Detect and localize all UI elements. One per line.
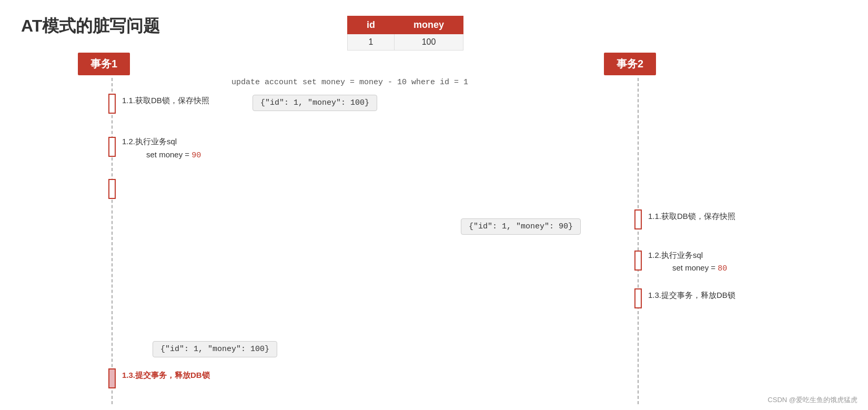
watermark: CSDN @爱吃生鱼的饿虎猛虎 xyxy=(768,395,857,405)
tx1-step3-marker xyxy=(108,179,116,199)
page-title: AT模式的脏写问题 xyxy=(21,15,160,38)
tx2-step2b-prefix: set money = xyxy=(672,263,718,272)
tx1-snapshot1-box: {"id": 1, "money": 100} xyxy=(253,95,377,111)
tx1-step1-label: 1.1.获取DB锁，保存快照 xyxy=(122,96,209,106)
cell-id: 1 xyxy=(348,34,395,51)
tx2-timeline xyxy=(638,78,639,404)
tx1-step2b-label: set money = 90 xyxy=(146,150,201,160)
tx2-step2-label: 1.2.执行业务sql xyxy=(648,251,703,261)
tx1-header: 事务1 xyxy=(78,53,130,75)
tx2-step1-label: 1.1.获取DB锁，保存快照 xyxy=(648,212,735,222)
tx2-step1-marker xyxy=(634,209,642,229)
tx2-step2b-label: set money = 80 xyxy=(672,263,727,273)
col-money: money xyxy=(395,16,463,34)
tx1-step4-marker xyxy=(108,368,116,388)
tx2-step2-marker xyxy=(634,251,642,271)
tx2-step2b-value: 80 xyxy=(718,264,727,273)
cell-money: 100 xyxy=(395,34,463,51)
tx1-step2-marker xyxy=(108,137,116,157)
tx2-snapshot1-box: {"id": 1, "money": 90} xyxy=(461,218,581,235)
tx1-snapshot2-box: {"id": 1, "money": 100} xyxy=(153,341,277,357)
tx1-step2b-value: 90 xyxy=(191,151,201,160)
tx1-timeline xyxy=(112,78,113,404)
sql-text-top: update account set money = money - 10 wh… xyxy=(231,78,468,87)
tx2-step3-label: 1.3.提交事务，释放DB锁 xyxy=(648,291,735,301)
col-id: id xyxy=(348,16,395,34)
tx1-step4-label: 1.3.提交事务，释放DB锁 xyxy=(122,371,210,381)
tx2-header: 事务2 xyxy=(604,53,656,75)
db-table: id money 1 100 xyxy=(347,16,463,51)
tx2-step3-marker xyxy=(634,288,642,308)
tx1-step2b-text-prefix: set money = xyxy=(146,150,191,159)
tx1-step2-label: 1.2.执行业务sql xyxy=(122,137,177,147)
tx1-step1-marker xyxy=(108,94,116,114)
